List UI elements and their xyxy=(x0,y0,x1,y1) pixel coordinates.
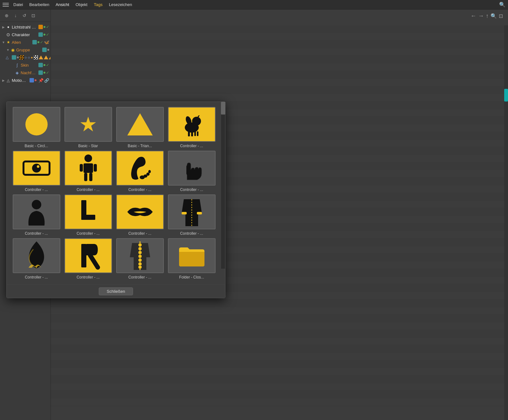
right-scrollbar[interactable] xyxy=(504,25,508,420)
menu-lesezeichen[interactable]: Lesezeichen xyxy=(106,1,135,8)
right-row-6 xyxy=(51,63,508,71)
right-row-50 xyxy=(51,398,508,406)
down-icon[interactable]: ↓ xyxy=(11,11,20,20)
grid-item-controller-foot[interactable]: Controller - ... xyxy=(115,151,164,192)
tag-green-charakter xyxy=(43,34,45,36)
icon-skin: ∫ xyxy=(15,62,20,68)
grid-item-basic-circle[interactable]: Basic - Circl... xyxy=(12,107,61,148)
search-icon[interactable]: 🔍 xyxy=(499,2,505,8)
menu-ansicht[interactable]: Ansicht xyxy=(52,1,72,8)
grid-item-folder-closed[interactable]: Folder - Clos... xyxy=(167,238,216,279)
right-row-45 xyxy=(51,360,508,368)
right-scrollbar-thumb[interactable] xyxy=(504,89,508,102)
grid-item-controller-r[interactable]: Controller - ... xyxy=(64,238,113,279)
tags-nachfedern: ✓ xyxy=(38,70,49,75)
grid-item-basic-triangle[interactable]: Basic - Trian... xyxy=(115,107,164,148)
icon-gruppe: ◉ xyxy=(10,47,15,52)
right-row-48 xyxy=(51,383,508,391)
popup-scrollbar[interactable] xyxy=(221,102,225,269)
icon-nachfedern: ◈ xyxy=(15,70,20,75)
tree-item-lichtstrahl[interactable]: ▶ ● Lichtstrahl Raumschiff ✓ xyxy=(0,23,50,31)
thumb-controller-torso xyxy=(168,194,216,229)
move-icon[interactable]: ⊕ xyxy=(3,11,11,20)
expand-lichtstrahl[interactable]: ▶ xyxy=(1,25,6,29)
tree-item-alien[interactable]: ▼ ★ Alien ✓ 🦋 xyxy=(0,38,50,46)
right-row-8 xyxy=(51,79,508,86)
tag-red-motion xyxy=(35,79,37,81)
menu-tags[interactable]: Tags xyxy=(90,1,105,8)
label-skin: Skin xyxy=(21,63,37,68)
svg-rect-12 xyxy=(84,163,93,173)
grid-item-controller-eye[interactable]: Controller - ... xyxy=(12,151,61,192)
svg-rect-26 xyxy=(197,212,202,214)
svg-rect-3 xyxy=(188,131,190,136)
tag-tri1 xyxy=(39,56,43,59)
foot-svg xyxy=(126,154,154,182)
right-row-41 xyxy=(51,330,508,338)
menu-bearbeiten[interactable]: Bearbeiten xyxy=(26,1,52,8)
spine-svg xyxy=(127,240,153,272)
grid-item-controller-fire[interactable]: Controller - ... xyxy=(12,238,61,279)
expand-alien[interactable]: ▼ xyxy=(1,40,6,44)
zoom-icon[interactable]: 🔍 xyxy=(491,13,497,19)
expand-skin: ▶ xyxy=(10,63,15,67)
label-controller-person: Controller - ... xyxy=(77,187,100,192)
check-charakter: ✓ xyxy=(46,32,49,37)
thumb-controller-l xyxy=(64,194,112,229)
expand-nachfedern: ▶ xyxy=(10,70,15,75)
tag-checkered-geo xyxy=(19,55,24,60)
icon-picker-popup: Basic - Circl... ★ Basic - Star Basic - … xyxy=(6,102,225,298)
tree-item-geometrie[interactable]: ▶ △ Geometrie ⊹ ⊹ ● xyxy=(0,54,50,61)
l-svg xyxy=(76,198,101,226)
right-row-7 xyxy=(51,71,508,79)
refresh-icon[interactable]: ↺ xyxy=(20,11,29,20)
expand-motion[interactable]: ▶ xyxy=(1,78,6,82)
grid-item-controller-spine[interactable]: Controller - ... xyxy=(115,238,164,279)
grid-item-basic-star[interactable]: ★ Basic - Star xyxy=(64,107,113,148)
menubar: Datei Bearbeiten Ansicht Objekt Tags Les… xyxy=(0,0,508,10)
grid-icon[interactable]: ⊡ xyxy=(29,11,37,20)
grid-item-controller-torso[interactable]: Controller - ... xyxy=(167,194,216,236)
grid-item-controller-hand[interactable]: Controller - ... xyxy=(167,151,216,192)
right-row-42 xyxy=(51,338,508,345)
tree-item-charakter[interactable]: ▶ ⊙ Charakter ✓ xyxy=(0,31,50,38)
label-controller-lips: Controller - ... xyxy=(128,231,151,236)
svg-rect-21 xyxy=(186,165,190,175)
tag-teal-gruppe xyxy=(42,48,47,52)
popup-footer: Schließen xyxy=(7,285,225,298)
svg-point-20 xyxy=(148,170,151,173)
label-controller-eye: Controller - ... xyxy=(25,187,48,192)
forward-icon[interactable]: → xyxy=(478,13,484,19)
expand-charakter[interactable]: ▶ xyxy=(1,32,6,37)
search-icon-area: 🔍 xyxy=(499,2,505,8)
grid-item-controller-bust[interactable]: Controller - ... xyxy=(12,194,61,236)
tree-item-skin[interactable]: ▶ ∫ Skin ✓ xyxy=(0,61,50,69)
hamburger-menu[interactable] xyxy=(3,2,9,8)
grid-icon-right[interactable]: ⊡ xyxy=(499,13,503,19)
tree-item-gruppe[interactable]: ▼ ◉ Gruppe xyxy=(0,46,50,54)
tree-item-motion[interactable]: ▶ ◬ Motion Tracker 📌 🔗 xyxy=(0,76,50,84)
thumb-controller-lips xyxy=(116,194,164,229)
grid-item-controller-person[interactable]: Controller - ... xyxy=(64,151,113,192)
tag-teal-charakter xyxy=(38,32,43,37)
grid-item-controller-l[interactable]: Controller - ... xyxy=(64,194,113,236)
menu-datei[interactable]: Datei xyxy=(10,1,26,8)
tag-blue-motion xyxy=(30,78,34,82)
star-shape: ★ xyxy=(79,114,97,135)
close-button[interactable]: Schließen xyxy=(99,287,133,295)
svg-point-10 xyxy=(37,165,39,168)
thumb-basic-triangle xyxy=(116,107,164,142)
label-nachfedern: Nachfedern xyxy=(21,70,37,75)
right-row-39 xyxy=(51,315,508,322)
right-row-1 xyxy=(51,25,508,33)
grid-item-controller-lips[interactable]: Controller - ... xyxy=(115,194,164,236)
expand-gruppe[interactable]: ▼ xyxy=(6,48,10,52)
back-icon[interactable]: ← xyxy=(471,13,476,19)
up-icon[interactable]: ↑ xyxy=(486,13,489,19)
popup-scrollbar-thumb[interactable] xyxy=(221,102,225,115)
tag-tri3 xyxy=(49,56,50,59)
grid-item-controller-horse[interactable]: Controller - ... xyxy=(167,107,216,148)
tree-item-nachfedern[interactable]: ▶ ◈ Nachfedern ✓ xyxy=(0,69,50,76)
menu-objekt[interactable]: Objekt xyxy=(72,1,91,8)
right-toolbar-icons: ← → ↑ 🔍 ⊡ xyxy=(471,13,503,19)
